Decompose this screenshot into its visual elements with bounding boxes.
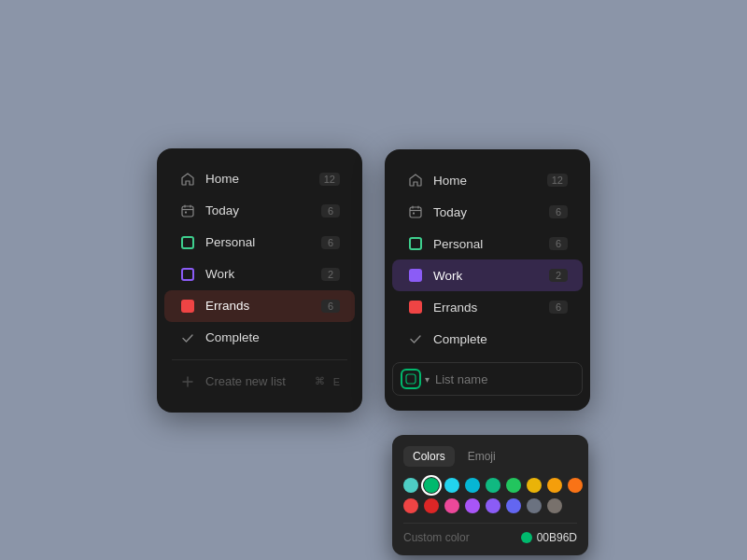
color-grid xyxy=(403,478,577,513)
nav-item-home-right[interactable]: Home 12 xyxy=(392,164,583,196)
personal-badge-left: 6 xyxy=(321,236,340,249)
custom-color-dot xyxy=(521,532,532,543)
home-badge-left: 12 xyxy=(319,173,340,186)
work-label-right: Work xyxy=(433,269,540,283)
color-swatch-green-selected[interactable] xyxy=(424,478,439,493)
personal-label-right: Personal xyxy=(433,237,540,251)
tab-colors[interactable]: Colors xyxy=(403,446,455,467)
complete-icon-left xyxy=(179,329,196,346)
svg-rect-1 xyxy=(185,211,187,213)
personal-label-left: Personal xyxy=(205,235,312,249)
color-swatch-rose[interactable] xyxy=(424,498,439,513)
custom-color-row[interactable]: Custom color 00B96D xyxy=(403,523,577,544)
nav-item-complete-left[interactable]: Complete xyxy=(164,322,355,354)
tab-emoji[interactable]: Emoji xyxy=(458,446,505,467)
color-swatch-violet[interactable] xyxy=(486,498,500,513)
personal-badge-right: 6 xyxy=(549,237,568,250)
color-swatch-fuchsia[interactable] xyxy=(465,498,480,513)
today-label-left: Today xyxy=(205,203,312,217)
nav-item-errands-left[interactable]: Errands 6 xyxy=(164,290,355,322)
errands-badge-right: 6 xyxy=(549,301,568,314)
errands-icon-right xyxy=(407,299,424,315)
svg-rect-0 xyxy=(182,206,193,217)
left-panel: Home 12 Today 6 Personal 6 Work 2 xyxy=(157,148,362,413)
svg-rect-2 xyxy=(410,207,421,217)
color-swatch-stone[interactable] xyxy=(547,498,562,513)
plus-icon-left xyxy=(179,373,196,390)
chevron-down-icon: ▾ xyxy=(425,374,430,385)
icon-picker-swatch xyxy=(401,369,421,389)
today-icon-left xyxy=(179,203,196,219)
svg-rect-3 xyxy=(413,213,415,215)
today-label-right: Today xyxy=(433,205,540,219)
work-badge-right: 2 xyxy=(549,269,568,282)
complete-icon-right xyxy=(407,330,424,347)
list-name-input[interactable] xyxy=(435,372,592,386)
new-list-row: ▾ xyxy=(392,362,583,396)
color-swatch-indigo[interactable] xyxy=(506,498,521,513)
shortcut-left: ⌘ E xyxy=(315,375,340,387)
color-swatch-yellow[interactable] xyxy=(527,478,542,493)
nav-item-work-right[interactable]: Work 2 xyxy=(392,259,583,291)
nav-item-home-left[interactable]: Home 12 xyxy=(164,163,355,195)
complete-label-right: Complete xyxy=(433,332,568,346)
color-swatch-lime[interactable] xyxy=(506,478,521,493)
home-icon xyxy=(179,171,196,188)
right-panel: Home 12 Today 6 Personal 6 Work 2 xyxy=(385,149,590,411)
home-icon-right xyxy=(407,172,424,189)
errands-icon-left xyxy=(179,298,196,315)
divider-left xyxy=(172,359,347,360)
nav-item-today-right[interactable]: Today 6 xyxy=(392,196,583,228)
color-swatch-teal[interactable] xyxy=(403,478,418,493)
work-icon-right xyxy=(407,267,424,284)
svg-rect-4 xyxy=(406,374,416,384)
nav-item-complete-right[interactable]: Complete xyxy=(392,323,583,355)
home-badge-right: 12 xyxy=(547,174,568,187)
color-swatch-orange[interactable] xyxy=(568,478,583,493)
popup-tabs: Colors Emoji xyxy=(403,446,577,467)
errands-label-left: Errands xyxy=(205,299,312,313)
color-swatch-blue-dark[interactable] xyxy=(465,478,480,493)
color-swatch-pink[interactable] xyxy=(444,498,459,513)
errands-badge-left: 6 xyxy=(321,300,340,313)
today-icon-right xyxy=(407,203,424,220)
custom-color-label: Custom color xyxy=(403,531,470,544)
color-swatch-amber[interactable] xyxy=(547,478,562,493)
personal-icon-right xyxy=(407,235,424,252)
today-badge-left: 6 xyxy=(321,204,340,217)
nav-item-personal-right[interactable]: Personal 6 xyxy=(392,228,583,259)
custom-color-hex: 00B96D xyxy=(537,531,577,544)
complete-label-left: Complete xyxy=(205,330,340,344)
work-label-left: Work xyxy=(205,267,312,281)
today-badge-right: 6 xyxy=(549,205,568,218)
nav-item-work-left[interactable]: Work 2 xyxy=(164,259,355,290)
nav-item-errands-right[interactable]: Errands 6 xyxy=(392,291,583,323)
create-list-label-left: Create new list xyxy=(205,374,305,388)
work-icon-left xyxy=(179,266,196,283)
color-swatch-emerald[interactable] xyxy=(486,478,500,493)
color-popup: Colors Emoji Custom color xyxy=(392,435,588,555)
home-label-left: Home xyxy=(205,172,310,186)
color-swatch-cyan[interactable] xyxy=(444,478,459,493)
custom-color-value: 00B96D xyxy=(521,531,577,544)
nav-item-personal-left[interactable]: Personal 6 xyxy=(164,227,355,259)
icon-picker-button[interactable]: ▾ xyxy=(401,369,430,389)
work-badge-left: 2 xyxy=(321,268,340,281)
errands-label-right: Errands xyxy=(433,301,540,315)
color-swatch-red[interactable] xyxy=(403,498,418,513)
home-label-right: Home xyxy=(433,174,538,188)
personal-icon-left xyxy=(179,234,196,251)
create-list-left[interactable]: Create new list ⌘ E xyxy=(164,366,355,398)
color-swatch-gray[interactable] xyxy=(527,498,542,513)
nav-item-today-left[interactable]: Today 6 xyxy=(164,195,355,227)
